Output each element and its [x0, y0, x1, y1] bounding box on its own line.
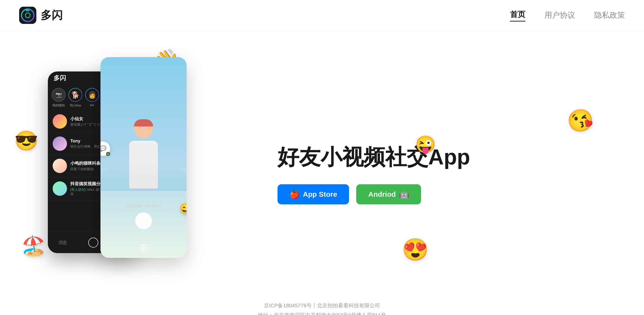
phones-area: 多闪 ＋ ⊞ ◉ 📷 我的随拍 — [48, 57, 230, 272]
phone-dark-title: 多闪 — [54, 74, 66, 82]
footer-address: 地址：北京市海淀区中关村南大街52号3号楼八层811号 — [0, 311, 644, 315]
story-camera: 📷 我的随拍 — [52, 88, 66, 108]
beach-emoji: 🏖️ — [22, 236, 46, 256]
appstore-label: App Store — [303, 190, 337, 198]
svg-rect-3 — [26, 9, 30, 11]
emoji-reaction-phone: 😄 — [180, 202, 186, 215]
story-label-0: 我的随拍 — [52, 103, 65, 108]
phone-light: 💬 点击拍照，按住摄像 — [100, 57, 186, 258]
kiss-emoji: 😘 — [565, 108, 596, 133]
story-1: 🐕 伤心boy — [68, 88, 82, 108]
wink-emoji: 😜 — [415, 136, 436, 153]
logo-text: 多闪 — [41, 8, 63, 23]
story-label-1: 伤心boy — [70, 103, 81, 108]
store-buttons: 🍎 App Store Andriod 🤖 — [278, 184, 421, 204]
appstore-button[interactable]: 🍎 App Store — [278, 184, 349, 204]
phone-light-inner: 💬 点击拍照，按住摄像 — [100, 57, 186, 258]
story-2: 👩 kin — [85, 88, 99, 108]
album-icon — [138, 243, 149, 253]
chat-avatar-2 — [53, 159, 67, 173]
phone-bottom-actions — [100, 243, 186, 253]
shoot-hint: 点击拍照，按住摄像 — [126, 203, 161, 208]
nav-messages: 消息 — [58, 240, 67, 246]
nav-home[interactable]: 首页 — [510, 9, 525, 21]
green-check-icon — [106, 152, 110, 156]
main-headline: 好友小视频社交App — [278, 144, 470, 170]
android-icon: 🤖 — [399, 190, 409, 199]
svg-rect-9 — [140, 248, 143, 251]
logo-icon — [19, 7, 36, 24]
chat-avatar-1 — [53, 136, 67, 151]
shutter-button[interactable] — [135, 213, 152, 229]
story-label-2: kin — [90, 103, 94, 107]
logo-area: 多闪 — [19, 7, 63, 24]
svg-rect-7 — [140, 245, 143, 248]
footer-icp: 京ICP备18045776号丨北京拍拍看看科技有限公司 — [0, 301, 644, 311]
story-avatar-1: 🐕 — [68, 88, 82, 102]
android-button[interactable]: Andriod 🤖 — [356, 184, 421, 204]
main-nav: 首页 用户协议 隐私政策 — [510, 9, 625, 21]
story-avatar-2: 👩 — [85, 88, 99, 102]
svg-rect-8 — [144, 245, 147, 248]
nav-privacy[interactable]: 隐私政策 — [594, 10, 625, 20]
mention-tag: [有人@你] — [70, 188, 86, 191]
android-label: Andriod — [368, 190, 396, 198]
nav-terms[interactable]: 用户协议 — [544, 10, 575, 20]
sunglasses-emoji: 😎 — [14, 131, 38, 150]
nav-home-button — [88, 238, 98, 248]
chat-avatar-3 — [53, 181, 67, 196]
camera-story-avatar: 📷 — [52, 88, 66, 102]
chat-avatar-0 — [53, 114, 67, 129]
svg-rect-10 — [144, 248, 147, 251]
footer: 京ICP备18045776号丨北京拍拍看看科技有限公司 地址：北京市海淀区中关村… — [0, 294, 644, 315]
apple-icon: 🍎 — [290, 190, 300, 199]
hearteyes-emoji: 😍 — [402, 239, 429, 260]
